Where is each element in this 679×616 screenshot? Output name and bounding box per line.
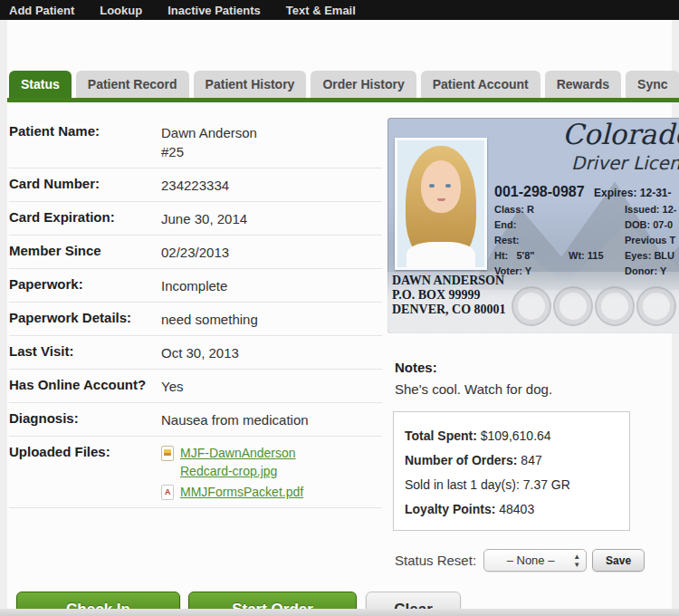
- field-label: Patient Name:: [9, 123, 161, 161]
- stat-label: Number of Orders:: [405, 453, 517, 467]
- tab-patient-record[interactable]: Patient Record: [76, 71, 189, 99]
- patient-fields: Patient Name: Dawn Anderson #25 Card Num…: [9, 116, 382, 508]
- field-row-member-since: Member Since 02/23/2013: [9, 236, 382, 269]
- license-donor: Donor: Y: [625, 265, 666, 276]
- top-nav: Add Patient Lookup Inactive Patients Tex…: [0, 0, 679, 20]
- content-area: Status Patient Record Patient History Or…: [7, 20, 672, 609]
- pdf-file-icon: [161, 485, 174, 500]
- file-name: MJF-DawnAnderson Redcard-crop.jpg: [180, 444, 296, 480]
- field-row-diagnosis: Diagnosis: Nausea from medication: [9, 403, 382, 437]
- tab-sync[interactable]: Sync: [626, 71, 679, 99]
- tab-underline: [7, 98, 679, 102]
- select-stepper-icon: ▲▼: [573, 553, 580, 569]
- license-end: End:: [494, 219, 516, 230]
- photo-eye: [445, 184, 451, 188]
- photo-face: [421, 160, 461, 213]
- license-eyes: Eyes: BLU: [625, 250, 674, 261]
- field-value: Incomplete: [161, 276, 227, 295]
- field-row-card-number: Card Number: 234223334: [9, 168, 382, 202]
- field-label: Last Visit:: [9, 343, 161, 362]
- stat-value: 7.37 GR: [523, 477, 570, 492]
- field-value: June 30, 2014: [161, 209, 247, 228]
- field-value: Dawn Anderson #25: [161, 123, 257, 161]
- stat-value: 847: [521, 453, 541, 467]
- license-number: 001-298-0987: [494, 184, 585, 199]
- stat-loyalty-points: Loyalty Points: 48403: [405, 497, 618, 522]
- stat-sold-last-days: Sold in last 1 day(s): 7.37 GR: [405, 473, 618, 497]
- license-number-row: 001-298-0987 Expires: 12-31-: [494, 184, 671, 200]
- license-photo: [395, 138, 487, 270]
- field-value: 234223334: [161, 176, 229, 195]
- seal-icon: [636, 286, 676, 326]
- driver-license-card: Colorado Driver License 001-298-0987 Exp…: [387, 118, 679, 333]
- status-reset-select[interactable]: – None – ▲▼: [483, 549, 587, 572]
- photo-eye: [429, 184, 435, 188]
- field-row-paperwork-details: Paperwork Details: need something: [9, 303, 382, 336]
- file-link-redcard-jpg[interactable]: MJF-DawnAnderson Redcard-crop.jpg: [161, 444, 303, 480]
- seal-icon: [595, 286, 635, 326]
- tab-patient-history[interactable]: Patient History: [194, 71, 307, 99]
- license-rest: Rest:: [494, 235, 520, 245]
- stat-value: $109,610.64: [481, 428, 551, 443]
- stat-total-spent: Total Spent: $109,610.64: [405, 424, 618, 448]
- stat-number-of-orders: Number of Orders: 847: [405, 448, 618, 473]
- field-row-last-visit: Last Visit: Oct 30, 2013: [9, 336, 382, 370]
- license-issued: Issued: 12-: [625, 204, 676, 215]
- license-dob: DOB: 07-0: [625, 219, 673, 230]
- status-reset-row: Status Reset: – None – ▲▼ Save: [395, 549, 645, 572]
- license-seals: [512, 286, 676, 326]
- driver-license-image: Colorado Driver License 001-298-0987 Exp…: [387, 118, 679, 335]
- license-doc-type: Driver License: [571, 152, 679, 174]
- tab-rewards[interactable]: Rewards: [545, 71, 621, 99]
- field-row-card-expiration: Card Expiration: June 30, 2014: [9, 202, 382, 236]
- license-state-title: Colorado: [562, 118, 679, 150]
- field-value: need something: [161, 310, 258, 329]
- field-row-online-account: Has Online Account? Yes: [9, 370, 382, 403]
- tab-bar: Status Patient Record Patient History Or…: [9, 71, 679, 99]
- file-name: MMJFormsPacket.pdf: [180, 483, 303, 501]
- field-label: Has Online Account?: [9, 377, 161, 396]
- image-file-icon: [161, 446, 174, 461]
- nav-text-email[interactable]: Text & Email: [286, 4, 356, 17]
- field-label: Card Number:: [9, 176, 161, 195]
- footer-strip: [0, 609, 679, 616]
- stats-box: Total Spent: $109,610.64 Number of Order…: [393, 411, 630, 531]
- nav-inactive-patients[interactable]: Inactive Patients: [167, 4, 261, 17]
- tab-patient-account[interactable]: Patient Account: [421, 71, 540, 99]
- stat-label: Total Spent:: [405, 428, 477, 443]
- field-label: Paperwork:: [9, 276, 161, 295]
- field-value: Oct 30, 2013: [161, 343, 239, 362]
- license-class: Class: R: [494, 204, 534, 215]
- field-value: Nausea from medication: [161, 410, 309, 429]
- photo-shirt: [406, 242, 475, 270]
- field-row-paperwork: Paperwork: Incomplete: [9, 269, 382, 303]
- notes-text: She's cool. Watch for dog.: [395, 381, 552, 397]
- license-height: Ht: 5'8": [494, 250, 535, 261]
- field-label: Card Expiration:: [9, 209, 161, 228]
- field-row-uploaded-files: Uploaded Files: MJF-DawnAnderson Redcard…: [9, 437, 382, 508]
- selected-option: – None –: [507, 553, 555, 567]
- nav-add-patient[interactable]: Add Patient: [9, 4, 74, 17]
- stat-label: Loyalty Points:: [405, 502, 495, 516]
- field-value: 02/23/2013: [161, 243, 229, 262]
- license-name-address: DAWN ANDERSON P.O. BOX 99999 DENVER, CO …: [392, 274, 506, 317]
- file-link-forms-pdf[interactable]: MMJFormsPacket.pdf: [161, 483, 303, 501]
- license-expires: Expires: 12-31-: [594, 187, 671, 199]
- save-button[interactable]: Save: [592, 549, 645, 572]
- tab-order-history[interactable]: Order History: [311, 71, 416, 99]
- stat-value: 48403: [499, 502, 534, 516]
- stat-label: Sold in last 1 day(s):: [405, 477, 520, 492]
- field-label: Uploaded Files:: [9, 444, 161, 501]
- status-reset-label: Status Reset:: [395, 553, 476, 568]
- notes-label: Notes:: [395, 360, 437, 375]
- field-value: Yes: [161, 377, 183, 396]
- seal-icon: [512, 286, 551, 326]
- photo-mouth: [437, 198, 445, 201]
- field-label: Member Since: [9, 243, 161, 262]
- field-label: Diagnosis:: [9, 410, 161, 429]
- patient-status-page: Add Patient Lookup Inactive Patients Tex…: [0, 0, 679, 616]
- license-previous: Previous T: [625, 235, 675, 245]
- license-weight: Wt: 115: [569, 250, 604, 261]
- nav-lookup[interactable]: Lookup: [100, 4, 142, 17]
- tab-status[interactable]: Status: [9, 71, 72, 99]
